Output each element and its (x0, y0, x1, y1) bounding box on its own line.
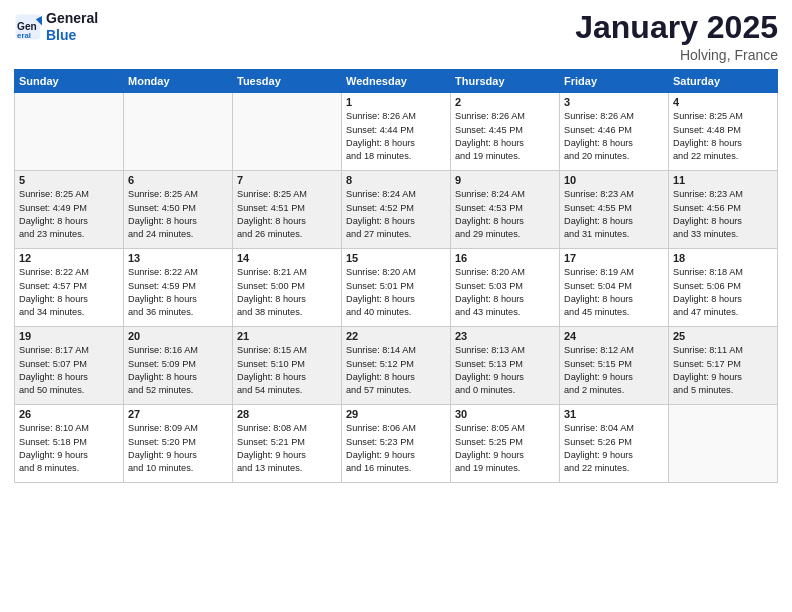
day-info: Sunrise: 8:08 AMSunset: 5:21 PMDaylight:… (237, 422, 337, 475)
day-info: Sunrise: 8:10 AMSunset: 5:18 PMDaylight:… (19, 422, 119, 475)
table-cell: 13Sunrise: 8:22 AMSunset: 4:59 PMDayligh… (124, 249, 233, 327)
col-wednesday: Wednesday (342, 70, 451, 93)
title-section: January 2025 Holving, France (575, 10, 778, 63)
day-info: Sunrise: 8:05 AMSunset: 5:25 PMDaylight:… (455, 422, 555, 475)
header-row: Sunday Monday Tuesday Wednesday Thursday… (15, 70, 778, 93)
table-cell: 19Sunrise: 8:17 AMSunset: 5:07 PMDayligh… (15, 327, 124, 405)
day-number: 13 (128, 252, 228, 264)
header: Gen eral General Blue January 2025 Holvi… (14, 10, 778, 63)
day-info: Sunrise: 8:26 AMSunset: 4:46 PMDaylight:… (564, 110, 664, 163)
day-info: Sunrise: 8:13 AMSunset: 5:13 PMDaylight:… (455, 344, 555, 397)
table-cell: 14Sunrise: 8:21 AMSunset: 5:00 PMDayligh… (233, 249, 342, 327)
week-row-4: 19Sunrise: 8:17 AMSunset: 5:07 PMDayligh… (15, 327, 778, 405)
col-thursday: Thursday (451, 70, 560, 93)
table-cell (124, 93, 233, 171)
table-cell: 11Sunrise: 8:23 AMSunset: 4:56 PMDayligh… (669, 171, 778, 249)
day-info: Sunrise: 8:06 AMSunset: 5:23 PMDaylight:… (346, 422, 446, 475)
day-info: Sunrise: 8:18 AMSunset: 5:06 PMDaylight:… (673, 266, 773, 319)
table-cell: 2Sunrise: 8:26 AMSunset: 4:45 PMDaylight… (451, 93, 560, 171)
day-info: Sunrise: 8:25 AMSunset: 4:48 PMDaylight:… (673, 110, 773, 163)
day-number: 8 (346, 174, 446, 186)
day-info: Sunrise: 8:09 AMSunset: 5:20 PMDaylight:… (128, 422, 228, 475)
table-cell: 24Sunrise: 8:12 AMSunset: 5:15 PMDayligh… (560, 327, 669, 405)
table-cell: 30Sunrise: 8:05 AMSunset: 5:25 PMDayligh… (451, 405, 560, 483)
day-number: 24 (564, 330, 664, 342)
day-info: Sunrise: 8:16 AMSunset: 5:09 PMDaylight:… (128, 344, 228, 397)
table-cell: 15Sunrise: 8:20 AMSunset: 5:01 PMDayligh… (342, 249, 451, 327)
day-info: Sunrise: 8:22 AMSunset: 4:57 PMDaylight:… (19, 266, 119, 319)
week-row-3: 12Sunrise: 8:22 AMSunset: 4:57 PMDayligh… (15, 249, 778, 327)
day-number: 18 (673, 252, 773, 264)
day-number: 19 (19, 330, 119, 342)
day-number: 20 (128, 330, 228, 342)
day-info: Sunrise: 8:19 AMSunset: 5:04 PMDaylight:… (564, 266, 664, 319)
day-number: 17 (564, 252, 664, 264)
table-cell: 10Sunrise: 8:23 AMSunset: 4:55 PMDayligh… (560, 171, 669, 249)
col-friday: Friday (560, 70, 669, 93)
table-cell: 17Sunrise: 8:19 AMSunset: 5:04 PMDayligh… (560, 249, 669, 327)
page: Gen eral General Blue January 2025 Holvi… (0, 0, 792, 612)
table-cell: 22Sunrise: 8:14 AMSunset: 5:12 PMDayligh… (342, 327, 451, 405)
col-tuesday: Tuesday (233, 70, 342, 93)
table-cell (669, 405, 778, 483)
day-number: 14 (237, 252, 337, 264)
day-info: Sunrise: 8:23 AMSunset: 4:55 PMDaylight:… (564, 188, 664, 241)
day-number: 11 (673, 174, 773, 186)
table-cell: 5Sunrise: 8:25 AMSunset: 4:49 PMDaylight… (15, 171, 124, 249)
day-number: 5 (19, 174, 119, 186)
day-number: 21 (237, 330, 337, 342)
day-number: 15 (346, 252, 446, 264)
table-cell: 20Sunrise: 8:16 AMSunset: 5:09 PMDayligh… (124, 327, 233, 405)
day-info: Sunrise: 8:22 AMSunset: 4:59 PMDaylight:… (128, 266, 228, 319)
table-cell: 28Sunrise: 8:08 AMSunset: 5:21 PMDayligh… (233, 405, 342, 483)
table-cell: 27Sunrise: 8:09 AMSunset: 5:20 PMDayligh… (124, 405, 233, 483)
day-info: Sunrise: 8:04 AMSunset: 5:26 PMDaylight:… (564, 422, 664, 475)
day-info: Sunrise: 8:12 AMSunset: 5:15 PMDaylight:… (564, 344, 664, 397)
table-cell: 18Sunrise: 8:18 AMSunset: 5:06 PMDayligh… (669, 249, 778, 327)
day-info: Sunrise: 8:21 AMSunset: 5:00 PMDaylight:… (237, 266, 337, 319)
day-info: Sunrise: 8:24 AMSunset: 4:52 PMDaylight:… (346, 188, 446, 241)
day-number: 1 (346, 96, 446, 108)
day-number: 29 (346, 408, 446, 420)
logo-icon: Gen eral (14, 13, 42, 41)
table-cell: 12Sunrise: 8:22 AMSunset: 4:57 PMDayligh… (15, 249, 124, 327)
week-row-2: 5Sunrise: 8:25 AMSunset: 4:49 PMDaylight… (15, 171, 778, 249)
week-row-5: 26Sunrise: 8:10 AMSunset: 5:18 PMDayligh… (15, 405, 778, 483)
day-number: 25 (673, 330, 773, 342)
table-cell (15, 93, 124, 171)
day-info: Sunrise: 8:25 AMSunset: 4:51 PMDaylight:… (237, 188, 337, 241)
table-cell: 21Sunrise: 8:15 AMSunset: 5:10 PMDayligh… (233, 327, 342, 405)
day-info: Sunrise: 8:15 AMSunset: 5:10 PMDaylight:… (237, 344, 337, 397)
table-cell: 8Sunrise: 8:24 AMSunset: 4:52 PMDaylight… (342, 171, 451, 249)
day-number: 3 (564, 96, 664, 108)
day-number: 16 (455, 252, 555, 264)
day-number: 31 (564, 408, 664, 420)
day-info: Sunrise: 8:17 AMSunset: 5:07 PMDaylight:… (19, 344, 119, 397)
day-info: Sunrise: 8:26 AMSunset: 4:44 PMDaylight:… (346, 110, 446, 163)
table-cell: 3Sunrise: 8:26 AMSunset: 4:46 PMDaylight… (560, 93, 669, 171)
day-number: 26 (19, 408, 119, 420)
table-cell: 29Sunrise: 8:06 AMSunset: 5:23 PMDayligh… (342, 405, 451, 483)
col-monday: Monday (124, 70, 233, 93)
logo-text: General Blue (46, 10, 98, 44)
day-info: Sunrise: 8:14 AMSunset: 5:12 PMDaylight:… (346, 344, 446, 397)
svg-text:eral: eral (17, 31, 31, 40)
day-number: 27 (128, 408, 228, 420)
table-cell: 6Sunrise: 8:25 AMSunset: 4:50 PMDaylight… (124, 171, 233, 249)
day-number: 23 (455, 330, 555, 342)
table-cell: 7Sunrise: 8:25 AMSunset: 4:51 PMDaylight… (233, 171, 342, 249)
table-cell: 31Sunrise: 8:04 AMSunset: 5:26 PMDayligh… (560, 405, 669, 483)
month-title: January 2025 (575, 10, 778, 45)
day-number: 28 (237, 408, 337, 420)
day-number: 22 (346, 330, 446, 342)
logo: Gen eral General Blue (14, 10, 98, 44)
day-number: 30 (455, 408, 555, 420)
day-number: 12 (19, 252, 119, 264)
day-number: 9 (455, 174, 555, 186)
day-info: Sunrise: 8:25 AMSunset: 4:49 PMDaylight:… (19, 188, 119, 241)
table-cell: 4Sunrise: 8:25 AMSunset: 4:48 PMDaylight… (669, 93, 778, 171)
day-number: 7 (237, 174, 337, 186)
location: Holving, France (575, 47, 778, 63)
day-info: Sunrise: 8:20 AMSunset: 5:01 PMDaylight:… (346, 266, 446, 319)
table-cell: 16Sunrise: 8:20 AMSunset: 5:03 PMDayligh… (451, 249, 560, 327)
